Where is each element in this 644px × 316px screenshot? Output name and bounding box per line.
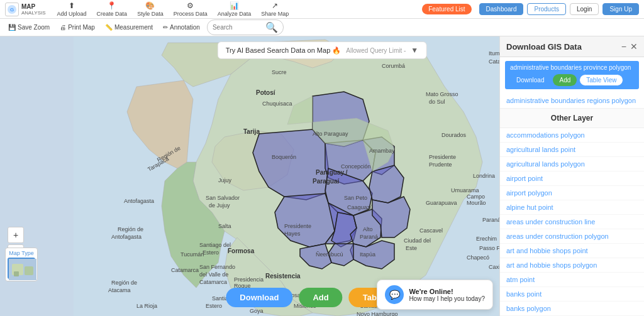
nav-create-data[interactable]: 📍 Create Data: [93, 0, 131, 18]
svg-text:Boquerón: Boquerón: [272, 154, 296, 160]
nav-analyze-data[interactable]: 📊 Analyze Data: [214, 0, 255, 18]
nav-add-upload[interactable]: ⬆ Add Upload: [53, 0, 91, 18]
svg-text:del Valle de: del Valle de: [199, 271, 228, 278]
list-item[interactable]: alpine hut point: [500, 200, 644, 215]
share-icon: ↗: [272, 1, 278, 10]
list-item[interactable]: areas under construction polygon: [500, 229, 644, 244]
list-item[interactable]: agricultural lands point: [500, 143, 644, 157]
svg-text:Región de: Región de: [118, 226, 143, 232]
map-add-button[interactable]: Add: [299, 288, 342, 307]
list-item[interactable]: agricultural lands polygon: [500, 157, 644, 172]
other-layer-header: Other Layer: [500, 109, 644, 128]
svg-text:Resistencia: Resistencia: [265, 273, 301, 280]
svg-text:Guarapuava: Guarapuava: [426, 200, 457, 206]
panel-title: Download GIS Data: [506, 42, 582, 52]
list-item[interactable]: accommodations polygon: [500, 128, 644, 143]
svg-text:Santiago del: Santiago del: [199, 242, 231, 248]
panel-close-icon[interactable]: ✕: [630, 41, 638, 52]
svg-rect-82: [14, 271, 19, 276]
svg-text:La Rioja: La Rioja: [136, 303, 157, 309]
map-type-thumbnail[interactable]: [8, 258, 35, 279]
signup-button[interactable]: Sign Up: [602, 3, 639, 15]
nav-style-data[interactable]: 🎨 Style Data: [133, 0, 167, 18]
panel-add-button[interactable]: Add: [553, 74, 577, 86]
save-zoom-icon: 💾: [8, 24, 16, 31]
svg-text:Corumbá: Corumbá: [382, 63, 405, 69]
list-item[interactable]: banks polygon: [500, 302, 644, 316]
print-icon: 🖨: [60, 24, 66, 31]
panel-controls: − ✕: [621, 41, 638, 52]
svg-text:Amambay: Amambay: [369, 148, 395, 154]
svg-text:Presidente: Presidente: [429, 154, 456, 160]
svg-text:Londrina: Londrina: [473, 173, 495, 179]
list-item[interactable]: airport point: [500, 172, 644, 186]
search-box[interactable]: 🔍: [207, 19, 284, 35]
svg-text:Erechim: Erechim: [476, 236, 497, 242]
chat-text: We're Online! How may I help you today?: [409, 288, 485, 302]
upload-icon: ⬆: [69, 1, 75, 10]
panel-table-view-button[interactable]: Table View: [579, 74, 623, 86]
login-button[interactable]: Login: [570, 3, 599, 15]
svg-text:Paraguaí: Paraguaí: [313, 178, 340, 185]
svg-text:Alto Paraguay: Alto Paraguay: [313, 131, 348, 137]
svg-text:Este: Este: [406, 245, 417, 251]
chat-avatar-icon: 💬: [385, 285, 404, 304]
svg-text:Goya: Goya: [250, 308, 264, 314]
search-input[interactable]: [213, 24, 263, 31]
svg-text:Presidencia: Presidencia: [234, 276, 264, 283]
ai-search-subtext: Allowed Query Limit -: [346, 47, 406, 54]
search-icon: 🔍: [265, 21, 278, 33]
list-item[interactable]: areas under construction line: [500, 215, 644, 229]
logo-icon: G: [5, 3, 19, 16]
ai-search-text: Try AI Based Search Data on Map 🔥: [226, 46, 341, 55]
list-item[interactable]: art and hobbie shops polygon: [500, 258, 644, 273]
svg-text:Campo: Campo: [467, 193, 485, 200]
dashboard-button[interactable]: Dashboard: [479, 3, 524, 15]
measurement-button[interactable]: 📏 Measurement: [102, 23, 156, 32]
svg-text:Catamarca: Catamarca: [171, 267, 199, 273]
products-button[interactable]: Products: [527, 3, 565, 15]
highlight-item-label: administrative boundaries province polyg…: [510, 64, 634, 71]
svg-text:Potosí: Potosí: [256, 89, 276, 96]
svg-text:Mourão: Mourão: [467, 200, 486, 206]
svg-text:San Peto: San Peto: [344, 195, 367, 201]
svg-text:Estero: Estero: [203, 249, 219, 256]
panel-download-button[interactable]: Download: [510, 74, 550, 86]
nav-share-map[interactable]: ↗ Share Map: [257, 0, 292, 18]
svg-text:Tarija: Tarija: [243, 128, 260, 135]
svg-text:Alto: Alto: [363, 226, 373, 232]
chevron-down-icon[interactable]: ▼: [411, 46, 418, 55]
list-item[interactable]: atm point: [500, 273, 644, 287]
map-download-button[interactable]: Download: [226, 288, 292, 307]
chat-online-label: We're Online!: [409, 288, 485, 295]
svg-rect-81: [25, 266, 33, 275]
process-icon: ⚙: [187, 1, 194, 10]
panel-minimize-icon[interactable]: −: [621, 41, 626, 52]
svg-text:Umuarama: Umuarama: [451, 187, 479, 193]
nav-process-data[interactable]: ⚙ Process Data: [170, 0, 211, 18]
print-map-button[interactable]: 🖨 Print Map: [57, 23, 98, 32]
zoom-in-button[interactable]: +: [8, 227, 24, 243]
svg-text:Tucumán: Tucumán: [180, 251, 204, 258]
svg-text:San Fernando: San Fernando: [199, 264, 235, 270]
save-zoom-button[interactable]: 💾 Save Zoom: [5, 23, 53, 32]
svg-text:Dourados: Dourados: [441, 132, 467, 138]
ai-search-bar[interactable]: Try AI Based Search Data on Map 🔥 Allowe…: [218, 41, 427, 59]
svg-text:Jujuy: Jujuy: [218, 177, 232, 183]
list-item[interactable]: banks point: [500, 287, 644, 302]
annotation-button[interactable]: ✏ Annotation: [160, 23, 203, 32]
svg-text:Mato Grosso: Mato Grosso: [426, 91, 458, 97]
list-item[interactable]: art and hobbie shops point: [500, 244, 644, 258]
map-type-selector[interactable]: Map Type: [5, 248, 38, 281]
panel-header: Download GIS Data − ✕: [500, 36, 644, 57]
chat-widget[interactable]: 💬 We're Online! How may I help you today…: [377, 280, 493, 310]
logo-text: MAP ANALYSIS: [21, 3, 46, 16]
featured-list-button[interactable]: Featured List: [422, 4, 471, 14]
svg-text:Ñeembucú: Ñeembucú: [316, 251, 343, 258]
list-item[interactable]: airport polygon: [500, 186, 644, 200]
svg-text:Antofagasta: Antofagasta: [111, 234, 142, 240]
svg-text:Chapecó: Chapecó: [467, 254, 489, 261]
svg-text:Presidente: Presidente: [284, 223, 311, 229]
svg-text:Catamarca: Catamarca: [199, 279, 227, 285]
svg-text:do Sul: do Sul: [429, 99, 445, 105]
